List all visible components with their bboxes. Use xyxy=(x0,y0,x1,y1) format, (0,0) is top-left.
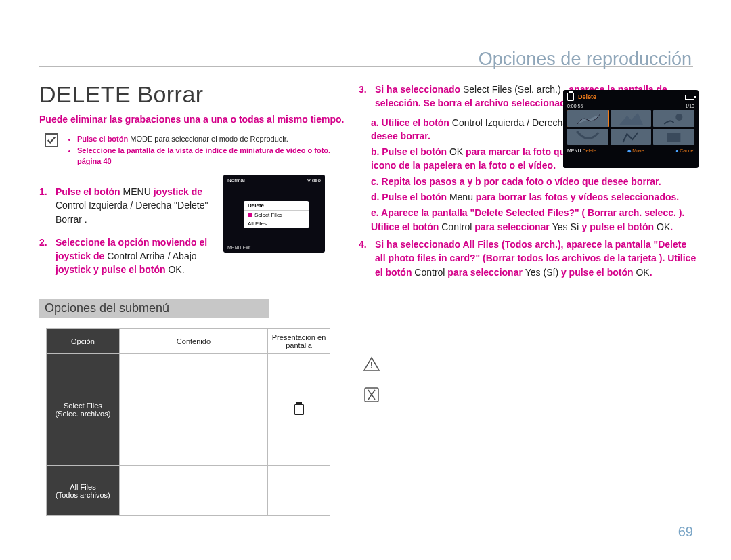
thumb-cell xyxy=(567,110,608,127)
delete-grid-screenshot: Delete 0:00:55 1/10 MENU Delete ◆ Move ●… xyxy=(563,90,699,168)
thumb-cell xyxy=(567,129,608,145)
ss-menu-item-select: Select Files xyxy=(244,211,309,219)
thumb-cell xyxy=(611,110,652,127)
prereq-box: Pulse el botón MODE para seleccionar el … xyxy=(45,133,363,167)
step-3c: c. Repita los pasos a y b por cada foto … xyxy=(371,175,697,188)
ss-menu-title: Delete xyxy=(244,201,309,211)
row-all-content xyxy=(119,466,267,516)
th-display: Presentación en pantalla xyxy=(268,329,330,354)
thumb-move-label: Move xyxy=(632,148,644,153)
thumb-counter: 1/10 xyxy=(685,104,694,108)
check-icon xyxy=(45,133,58,147)
row-select-content xyxy=(119,354,267,466)
intro-text: Puede eliminar las grabaciones una a una… xyxy=(39,114,364,125)
svg-text:!: ! xyxy=(370,360,373,370)
thumb-title: Delete xyxy=(578,93,681,100)
thumb-delete-label: Delete xyxy=(583,148,596,153)
thumb-cancel-label: Cancel xyxy=(680,148,694,153)
submenu-heading: Opciones del submenú xyxy=(39,299,269,318)
breadcrumb: Opciones de reproducción xyxy=(479,49,692,70)
prereq-line2: Seleccione la pantalla de la vista de ín… xyxy=(77,145,349,167)
trash-icon xyxy=(294,404,304,415)
prereq-line1: Pulse el botón MODE para seleccionar el … xyxy=(77,133,349,145)
row-select-files: Select Files(Selec. archivos) xyxy=(47,354,120,466)
step-1: 1. Pulse el botón MENU joystick de Contr… xyxy=(39,185,229,226)
page-title: DELETE Borrar xyxy=(39,81,204,108)
page-number: 69 xyxy=(678,524,693,540)
thumb-cell xyxy=(611,129,652,145)
note-icon xyxy=(363,386,380,404)
warning-icon: ! xyxy=(363,356,380,373)
th-content: Contenido xyxy=(119,329,267,354)
step-3e: e. Aparece la pantalla "Delete Selected … xyxy=(371,206,697,234)
thumb-trash-icon xyxy=(567,93,574,101)
th-option: Opción xyxy=(47,329,120,354)
thumb-cell xyxy=(653,129,694,145)
svg-rect-3 xyxy=(667,133,681,142)
row-all-icon xyxy=(268,466,330,516)
row-select-icon xyxy=(268,354,330,466)
step-4: 4. Si ha seleccionado All Files (Todos a… xyxy=(359,238,697,279)
thumb-cell xyxy=(653,110,694,127)
svg-point-2 xyxy=(676,114,683,121)
menu-screenshot: Normal Video Delete Select Files All Fil… xyxy=(223,175,325,253)
page-root: Opciones de reproducción DELETE Borrar P… xyxy=(0,0,731,560)
ss-bottom-label: MENU Exit xyxy=(227,245,250,250)
step-3d: d. Pulse el botón Menu para borrar las f… xyxy=(371,190,697,204)
step-2: 2. Seleccione la opción moviendo el joys… xyxy=(39,236,229,277)
row-all-files: All Files(Todos archivos) xyxy=(47,466,120,516)
ss-menu-item-all: All Files xyxy=(244,219,309,228)
battery-icon xyxy=(685,95,694,100)
thumb-time: 0:00:55 xyxy=(567,104,583,108)
options-table: Opción Contenido Presentación en pantall… xyxy=(46,328,330,516)
left-steps: 1. Pulse el botón MENU joystick de Contr… xyxy=(39,185,229,286)
